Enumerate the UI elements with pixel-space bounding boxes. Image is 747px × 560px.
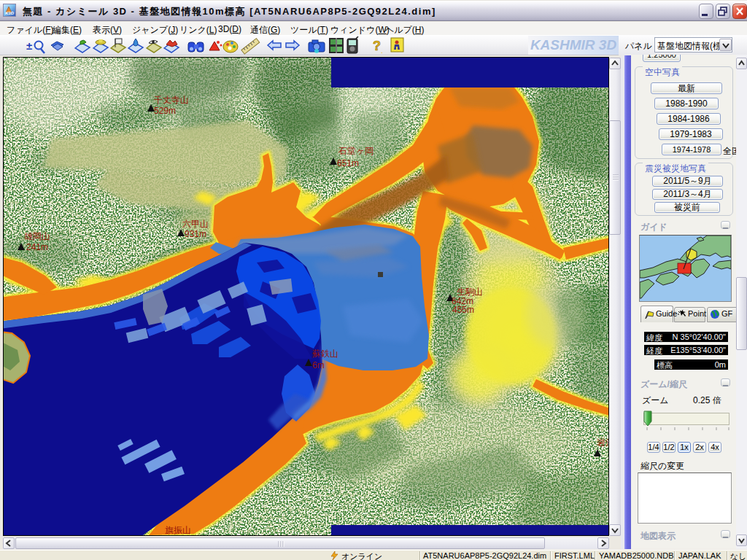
svg-text:岩湧山: 岩湧山 <box>597 438 608 448</box>
svg-text:雄岡山: 雄岡山 <box>24 231 50 241</box>
svg-text:千丈寺山: 千丈寺山 <box>154 95 189 105</box>
svg-text:6m: 6m <box>312 360 325 370</box>
svg-text:蘇鉄山: 蘇鉄山 <box>312 349 338 359</box>
svg-text:529m: 529m <box>154 106 176 116</box>
svg-text:241m: 241m <box>26 242 48 252</box>
svg-text:931m: 931m <box>185 229 206 239</box>
svg-text:455m: 455m <box>452 305 474 315</box>
svg-text:±: ± <box>26 39 32 52</box>
svg-text:生駒山: 生駒山 <box>457 287 483 297</box>
svg-text:旗振山: 旗振山 <box>165 525 191 535</box>
svg-text:石堂ヶ岡: 石堂ヶ岡 <box>338 146 374 156</box>
svg-text:?: ? <box>373 39 381 53</box>
svg-text:.: . <box>381 47 383 55</box>
svg-text:K3D: K3D <box>5 11 15 15</box>
svg-text:六甲山: 六甲山 <box>182 219 209 229</box>
svg-text:651m: 651m <box>337 158 359 168</box>
